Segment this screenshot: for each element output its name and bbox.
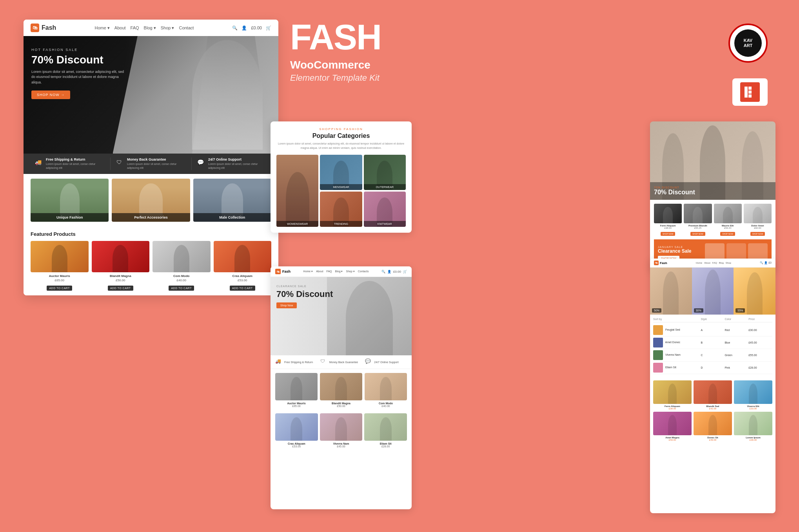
category-womenswear[interactable]: WOMENSWEAR: [276, 155, 318, 227]
second-nav-about[interactable]: About: [316, 270, 323, 273]
more-prod-5-img: [694, 412, 732, 435]
collection-unique-fashion[interactable]: Unique Fashion: [31, 179, 109, 222]
model-body: [192, 40, 263, 150]
table-row: Amet Donec B Blue £45.00: [653, 337, 772, 349]
second-support-icon: 💬: [365, 358, 372, 366]
product-4-name: Cras Aliquam: [214, 274, 272, 278]
right2-hero-grid: 50% 30% 55%: [650, 268, 775, 315]
right1-prod-2-price: £55.25: [684, 227, 712, 229]
feature-support-text: 24/7 Online Support Lorem ipsum dolor si…: [208, 157, 269, 170]
nav-contact[interactable]: Contact: [179, 25, 194, 31]
category-menswear[interactable]: MENSWEAR: [320, 155, 362, 190]
cat-1-label: WOMENSWEAR: [276, 221, 318, 227]
second-nav-contact[interactable]: Contacts: [358, 270, 369, 273]
right1-prod-2: Premium Blandit £55.25 SHOP NOW: [684, 204, 712, 236]
right2-home[interactable]: Home: [696, 262, 702, 264]
row-2-price: £45.00: [748, 341, 772, 344]
kavart-logo: KAVART: [728, 24, 768, 63]
row-4-price: £28.00: [748, 366, 772, 369]
search-icon[interactable]: 🔍: [232, 25, 238, 31]
second-nav-faq[interactable]: FAQ: [327, 270, 332, 273]
nav-blog[interactable]: Blog ▾: [144, 25, 156, 31]
second-search[interactable]: 🔍: [381, 270, 385, 273]
add-to-cart-2[interactable]: ADD TO CART: [108, 286, 133, 291]
hero-cta-button[interactable]: SHOP NOW →: [31, 90, 70, 99]
right1-title: 70% Discount: [654, 189, 772, 196]
product-2: Blandit Magna £50.00 ADD TO CART: [92, 241, 150, 291]
table-header: Sort by Style Color Price: [653, 318, 772, 322]
add-to-cart-4[interactable]: ADD TO CART: [230, 286, 255, 291]
mp-model-2: [708, 384, 717, 404]
second-prod-1-img: [275, 373, 318, 400]
right1-addcart-4[interactable]: SHOP NOW: [750, 232, 765, 236]
right2-about[interactable]: About: [704, 262, 710, 264]
row-4-color: Pink: [725, 366, 748, 369]
kavart-text: KAVART: [744, 38, 753, 48]
nav-about[interactable]: About: [114, 25, 126, 31]
second-hero-button[interactable]: Shop Now: [276, 302, 297, 308]
collection-accessories[interactable]: Perfect Accessories: [112, 179, 190, 222]
categories-preview-card: SHOPPING FASHION Popular Categories Lore…: [271, 121, 412, 233]
hero-description: Lorem ipsum dolor sit amet, consectetur …: [31, 69, 125, 85]
featured-section: Featured Products Auctor Mauris £65.00 A…: [24, 226, 278, 295]
s-model-3: [380, 377, 392, 400]
second-prod-5-price: £45.00: [320, 445, 363, 448]
second-cart[interactable]: 🛒: [403, 270, 407, 273]
add-to-cart-1[interactable]: ADD TO CART: [47, 286, 72, 291]
collection-1-label: Unique Fashion: [31, 213, 109, 222]
right2-faq[interactable]: FAQ: [712, 262, 717, 264]
right2-blog[interactable]: Blog: [719, 262, 724, 264]
s-model-4: [291, 417, 302, 441]
second-features-bar: 🚚 Free Shipping & Return 🛡 Money Back Gu…: [271, 355, 412, 369]
mp-model-3: [749, 384, 757, 404]
r1-model-4: [753, 207, 763, 223]
product-1-image: [31, 241, 89, 272]
second-prod-1-price: £65.00: [275, 405, 318, 407]
add-to-cart-3[interactable]: ADD TO CART: [169, 286, 194, 291]
right1-addcart-3[interactable]: SHOP NOW: [720, 232, 735, 236]
nav-shop[interactable]: Shop ▾: [161, 25, 174, 31]
product-4-model: [234, 245, 250, 272]
right1-addcart-2[interactable]: SHOP NOW: [690, 232, 705, 236]
category-trending[interactable]: TRENDING: [320, 192, 362, 227]
moneyback-title: Money Back Guarantee: [127, 157, 187, 161]
cart-amount[interactable]: £0.00: [251, 25, 262, 31]
second-prod-2-price: £50.00: [320, 405, 362, 407]
second-product-4: Cras Aliquam £53.00: [275, 413, 318, 448]
model-3: [222, 183, 243, 217]
product-1: Auctor Mauris £65.00 ADD TO CART: [31, 241, 89, 291]
user-icon[interactable]: 👤: [242, 25, 247, 31]
second-prod-4-img: [275, 413, 318, 441]
more-prod-4-img: [653, 412, 692, 435]
nav-home[interactable]: Home ▾: [94, 25, 109, 31]
second-product-2: Blandit Magna £50.00: [320, 373, 362, 407]
second-logo-icon: 🛍: [275, 269, 281, 274]
category-outerwear[interactable]: OUTERWEAR: [364, 155, 406, 190]
right2-shop[interactable]: Shop: [726, 262, 731, 264]
row-1-price: £30.00: [748, 329, 772, 331]
category-knitwear[interactable]: KNITWEAR: [364, 192, 406, 227]
collection-male[interactable]: Male Collection: [193, 179, 271, 222]
logo-text: Fash: [42, 24, 56, 31]
logo-icon: 🛍: [31, 24, 39, 32]
s-model-6: [380, 417, 392, 441]
row-1-img: [653, 325, 663, 335]
second-user[interactable]: 👤: [387, 270, 391, 273]
right1-prod-3-img: [714, 204, 742, 223]
svg-rect-3: [748, 94, 752, 98]
second-nav-blog[interactable]: Blog ▾: [335, 270, 343, 273]
col-color: Color: [725, 318, 748, 320]
cart-icon[interactable]: 🛒: [266, 25, 271, 31]
nav-links: Home ▾ About FAQ Blog ▾ Shop ▾ Contact: [94, 25, 194, 31]
nav-faq[interactable]: FAQ: [131, 25, 139, 31]
right1-prod-4: Dolor Amet £60.00 SHOP NOW: [744, 204, 772, 236]
right1-addcart-1[interactable]: SHOP NOW: [661, 232, 676, 236]
second-preview-navbar: 🛍 Fash Home ▾ About FAQ Blog ▾ Shop ▾ Co…: [271, 266, 412, 277]
product-2-model: [113, 245, 128, 272]
second-nav-home[interactable]: Home ▾: [303, 270, 313, 273]
hero-content: HOT FASHION SALE 70% Discount Lorem ipsu…: [31, 48, 125, 99]
second-hero-section: CLEARANCE SALE 70% Discount Shop Now: [271, 277, 412, 355]
second-nav-shop[interactable]: Shop ▾: [346, 270, 354, 273]
cat-1-bg: [276, 155, 318, 227]
product-2-image: [92, 241, 150, 272]
